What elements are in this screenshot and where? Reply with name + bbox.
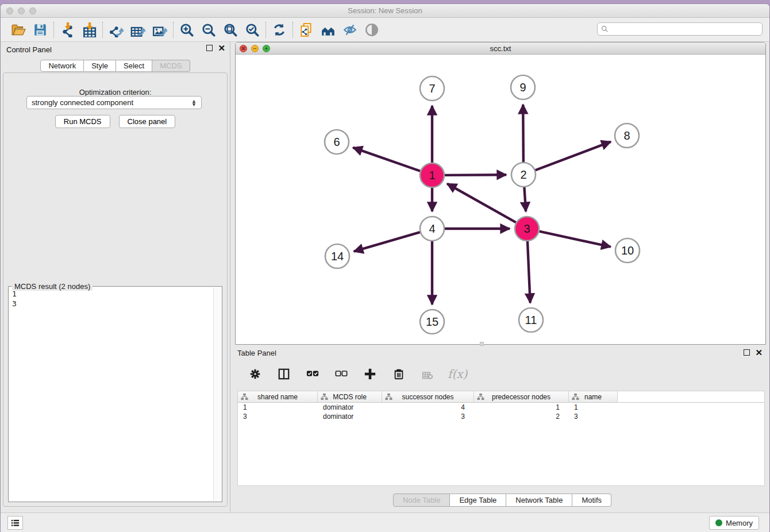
cell-shared-name: 3: [238, 413, 318, 421]
svg-text:14: 14: [331, 250, 344, 263]
zoom-selected-icon[interactable]: [244, 21, 261, 38]
node-2[interactable]: 2: [511, 163, 536, 187]
tab-edge-table[interactable]: Edge Table: [450, 494, 506, 507]
refresh-view-icon[interactable]: [271, 21, 288, 38]
table-panel-title: Table Panel: [237, 349, 276, 357]
tab-mcds[interactable]: MCDS: [152, 60, 190, 72]
edge-3-10[interactable]: [539, 232, 610, 247]
close-table-panel-icon[interactable]: ✕: [755, 349, 763, 356]
column-header-successor-nodes[interactable]: successor nodes: [382, 391, 474, 402]
node-4[interactable]: 4: [420, 217, 444, 241]
table-settings-icon[interactable]: [247, 365, 264, 383]
node-15[interactable]: 15: [420, 310, 444, 334]
search-input[interactable]: [611, 25, 759, 33]
hide-panels-icon[interactable]: [341, 21, 359, 38]
edge-2-8[interactable]: [536, 142, 611, 171]
node-10[interactable]: 10: [615, 238, 640, 263]
add-column-icon[interactable]: [361, 365, 379, 383]
run-mcds-button[interactable]: Run MCDS: [55, 115, 110, 128]
import-network-icon[interactable]: [59, 21, 76, 38]
node-6[interactable]: 6: [325, 130, 349, 154]
node-1[interactable]: 1: [420, 163, 444, 187]
main-toolbar: [1, 18, 769, 42]
node-14[interactable]: 14: [325, 244, 349, 268]
edge-1-6[interactable]: [353, 148, 420, 171]
node-8[interactable]: 8: [615, 124, 639, 148]
task-history-button[interactable]: [7, 516, 23, 530]
mcds-result-box: MCDS result (2 nodes) 13: [8, 286, 222, 502]
right-area: ✕ − + scc.txt 1234678910111415 Table Pan…: [231, 42, 769, 512]
show-columns-icon[interactable]: [275, 365, 292, 383]
edge-2-9[interactable]: [523, 105, 523, 162]
network-graph[interactable]: 1234678910111415: [236, 55, 765, 344]
float-table-panel-icon[interactable]: [744, 349, 750, 356]
table-row[interactable]: 3dominator323: [238, 412, 764, 421]
tab-style[interactable]: Style: [84, 60, 116, 72]
svg-text:1: 1: [429, 169, 435, 182]
result-scrollbar[interactable]: [213, 287, 221, 501]
export-table-icon[interactable]: [129, 21, 147, 38]
save-session-icon[interactable]: [32, 21, 49, 38]
mcds-panel: Optimization criterion: strongly connect…: [3, 72, 228, 507]
optimization-criterion-label: Optimization criterion:: [3, 88, 227, 97]
edge-1-2[interactable]: [445, 175, 506, 175]
table-row[interactable]: 1dominator411: [238, 403, 764, 412]
search-box[interactable]: [597, 22, 763, 36]
export-network-icon[interactable]: [107, 21, 125, 38]
open-file-icon[interactable]: [10, 21, 27, 38]
zoom-in-icon[interactable]: [178, 21, 195, 38]
clone-network-icon[interactable]: [298, 21, 315, 38]
svg-text:8: 8: [623, 129, 630, 142]
criterion-select[interactable]: strongly connected component ▲▼: [26, 96, 202, 109]
edge-4-14[interactable]: [354, 232, 420, 251]
cell-successor-nodes: 4: [382, 403, 474, 411]
delete-column-icon[interactable]: [390, 365, 407, 383]
memory-button[interactable]: Memory: [709, 516, 759, 530]
tab-network[interactable]: Network: [40, 60, 84, 72]
node-3[interactable]: 3: [515, 217, 539, 241]
tab-motifs[interactable]: Motifs: [572, 494, 611, 507]
select-all-icon[interactable]: [304, 365, 321, 383]
zoom-fit-icon[interactable]: [222, 21, 239, 38]
status-bar: Memory: [1, 512, 769, 532]
import-table-icon[interactable]: [80, 21, 98, 38]
node-table: shared nameMCDS rolesuccessor nodesprede…: [237, 391, 765, 486]
mcds-result-text[interactable]: 13: [12, 289, 213, 500]
memory-status-icon: [715, 519, 722, 526]
close-panel-icon[interactable]: ✕: [218, 45, 225, 51]
title-bar: Session: New Session: [1, 4, 769, 18]
node-11[interactable]: 11: [519, 308, 543, 332]
tab-node-table[interactable]: Node Table: [393, 494, 451, 507]
tab-select[interactable]: Select: [116, 60, 152, 72]
splitter-handle[interactable]: [480, 342, 484, 346]
edge-2-3[interactable]: [524, 187, 526, 211]
mcds-result-line: 1: [12, 289, 213, 299]
tab-network-table[interactable]: Network Table: [506, 494, 572, 507]
control-panel-title: Control Panel: [6, 45, 52, 54]
float-panel-icon[interactable]: [206, 45, 213, 51]
node-7[interactable]: 7: [420, 76, 444, 101]
network-window-titlebar: ✕ − + scc.txt: [236, 43, 765, 55]
column-header-predecessor-nodes[interactable]: predecessor nodes: [474, 391, 569, 402]
zoom-out-icon[interactable]: [200, 21, 217, 38]
toggle-eye-icon[interactable]: [363, 21, 380, 38]
network-canvas[interactable]: 1234678910111415: [236, 55, 765, 344]
column-header-shared-name[interactable]: shared name: [238, 391, 318, 402]
edge-3-1[interactable]: [447, 184, 516, 222]
edge-3-11[interactable]: [528, 241, 530, 303]
delete-table-icon: [419, 365, 436, 383]
close-panel-button[interactable]: Close panel: [119, 115, 176, 128]
content-area: Control Panel ✕ NetworkStyleSelectMCDS O…: [1, 42, 769, 512]
column-header-MCDS-role[interactable]: MCDS role: [318, 391, 382, 402]
select-stepper-icon: ▲▼: [191, 99, 197, 106]
deselect-all-icon[interactable]: [333, 365, 350, 383]
node-9[interactable]: 9: [511, 75, 535, 99]
column-header-name[interactable]: name: [569, 391, 618, 402]
neighbors-icon[interactable]: [319, 21, 337, 38]
mcds-result-line: 3: [12, 299, 213, 309]
cell-predecessor-nodes: 2: [474, 413, 569, 421]
cell-MCDS-role: dominator: [318, 413, 382, 421]
export-image-icon[interactable]: [151, 21, 168, 38]
svg-text:4: 4: [429, 222, 435, 235]
table-header-row: shared nameMCDS rolesuccessor nodesprede…: [238, 391, 764, 403]
